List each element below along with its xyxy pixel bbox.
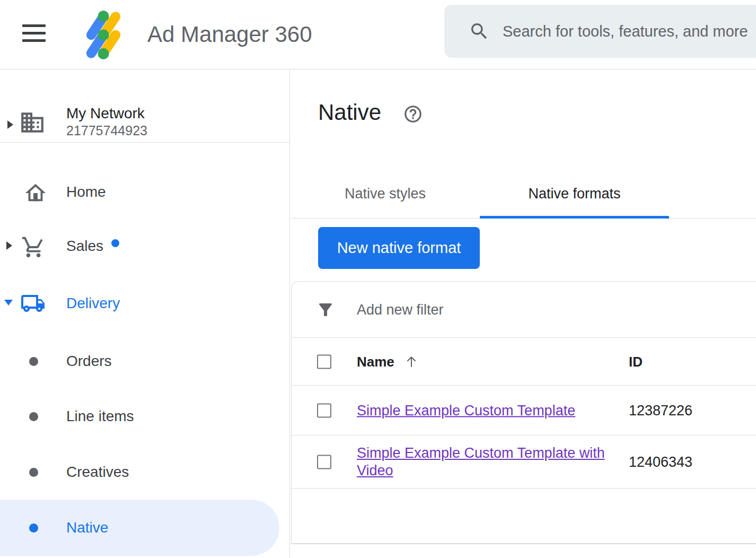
add-filter-row[interactable]: Add new filter (292, 282, 756, 338)
sidebar-item-line-items[interactable]: Line items (0, 393, 289, 440)
page-title: Native (318, 100, 381, 125)
sidebar: My Network 21775744923 Home Sales (0, 69, 290, 558)
table-row: Simple Example Custom Template with Vide… (292, 435, 756, 489)
building-icon (19, 109, 46, 136)
sidebar-item-label: Orders (66, 353, 112, 370)
table-empty-area (292, 489, 756, 543)
tab-native-formats[interactable]: Native formats (480, 169, 669, 219)
ad-manager-logo-icon (80, 8, 128, 59)
sidebar-item-label: Creatives (66, 464, 129, 481)
table-row: Simple Example Custom Template 12387226 (292, 386, 756, 435)
cart-icon (21, 235, 46, 259)
search-icon (469, 21, 490, 42)
native-format-link[interactable]: Simple Example Custom Template (357, 402, 575, 419)
bullet-icon (29, 412, 38, 421)
ad-manager-app: Ad Manager 360 Search for tools, feature… (0, 0, 756, 558)
bullet-icon (29, 468, 38, 477)
network-selector[interactable]: My Network 21775744923 (0, 85, 289, 138)
menu-bar (22, 24, 46, 27)
divider (0, 142, 290, 143)
column-header-id[interactable]: ID (629, 353, 643, 370)
sidebar-item-creatives[interactable]: Creatives (0, 448, 289, 496)
sidebar-item-label: Sales (66, 238, 103, 255)
search-placeholder: Search for tools, features, and more (503, 23, 748, 40)
sidebar-item-delivery[interactable]: Delivery (0, 280, 289, 327)
app-title: Ad Manager 360 (147, 0, 312, 69)
active-tab-underline (480, 216, 669, 219)
network-id: 21775744923 (66, 123, 147, 138)
native-format-id: 12387226 (629, 402, 692, 419)
expand-right-icon[interactable] (6, 241, 12, 250)
bullet-icon (29, 357, 38, 366)
sidebar-item-home[interactable]: Home (0, 169, 289, 216)
top-bar: Ad Manager 360 Search for tools, feature… (0, 0, 756, 69)
row-checkbox[interactable] (317, 455, 331, 469)
column-header-name[interactable]: Name (357, 353, 419, 370)
filter-funnel-icon (316, 300, 335, 319)
truck-icon (20, 291, 46, 316)
sidebar-item-label: Home (66, 184, 106, 200)
home-icon (23, 181, 48, 205)
native-formats-table: Add new filter Name ID Simple Example Cu… (291, 281, 756, 544)
add-filter-placeholder: Add new filter (357, 301, 444, 318)
menu-bar (22, 32, 46, 34)
sidebar-item-native[interactable]: Native (0, 504, 289, 552)
native-format-link[interactable]: Simple Example Custom Template with Vide… (357, 444, 606, 479)
select-all-checkbox[interactable] (317, 354, 331, 369)
new-native-format-button[interactable]: New native format (318, 227, 480, 269)
row-checkbox[interactable] (317, 403, 331, 417)
native-format-id: 12406343 (629, 454, 692, 470)
collapse-down-icon[interactable] (4, 300, 13, 306)
tab-native-styles[interactable]: Native styles (291, 169, 480, 219)
menu-icon[interactable] (22, 24, 46, 42)
arrow-up-icon (404, 354, 419, 369)
notification-dot (111, 239, 119, 247)
network-name: My Network (66, 105, 145, 122)
sidebar-item-label: Delivery (66, 295, 120, 312)
menu-bar (22, 39, 46, 42)
sidebar-item-label: Line items (66, 408, 134, 425)
sidebar-item-sales[interactable]: Sales (0, 223, 289, 271)
help-circle-icon[interactable] (403, 104, 423, 124)
bullet-icon (29, 524, 38, 533)
sidebar-item-orders[interactable]: Orders (0, 337, 289, 385)
table-header-row: Name ID (292, 338, 756, 386)
expand-right-icon[interactable] (7, 120, 13, 129)
sidebar-item-label: Native (66, 519, 108, 536)
global-search-input[interactable]: Search for tools, features, and more (444, 5, 756, 58)
